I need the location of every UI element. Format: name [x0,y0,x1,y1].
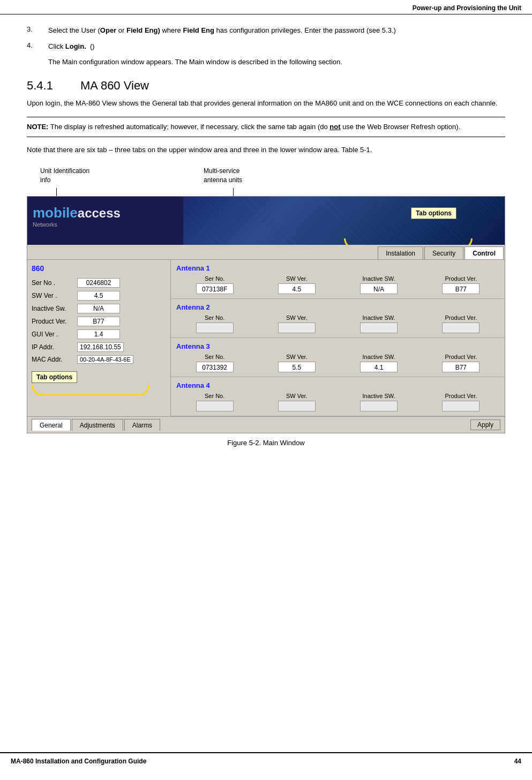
antenna-4-productver: Product Ver. [423,393,499,411]
col-header-swver-2: SW Ver. [286,314,308,321]
label-serno: Ser No . [32,279,77,287]
antenna-1-title: Antenna 1 [176,264,499,272]
content-split: 860 Ser No . 0246802 SW Ver . 4.5 Inacti… [27,260,505,416]
step-4-num: 4. [27,41,48,52]
value-ipaddr: 192.168.10.55 [77,342,124,352]
antenna-2-swver: SW Ver. [258,314,335,333]
main-content: 3. Select the User (Oper or Field Eng) w… [0,14,532,468]
antenna-4-cols: Ser No. SW Ver. Inactive SW. [176,393,499,411]
ant2-serno-val [196,322,234,333]
banner-logo: mobileaccess Networks [33,205,121,228]
body-text-1: Upon login, the MA-860 View shows the Ge… [27,98,505,109]
antenna-1-inactivesw: Inactive SW. N/A [341,275,417,294]
section-heading: 5.4.1 MA 860 View [27,79,505,93]
antenna-4-section: Antenna 4 Ser No. SW Ver. Inac [171,377,505,416]
footer-left: MA-860 Installation and Configuration Gu… [11,758,146,765]
section-title: MA 860 View [80,79,149,93]
ant4-inactivesw-val [360,401,398,411]
figure-caption: Figure 5-2. Main Window [27,439,505,447]
antenna-3-serno: Ser No. 0731392 [176,354,253,372]
antenna-3-title: Antenna 3 [176,342,499,350]
col-header-serno-4: Ser No. [205,393,224,399]
antenna-3-productver: Product Ver. B77 [423,354,499,372]
col-header-productver-1: Product Ver. [445,275,477,282]
col-header-productver-3: Product Ver. [445,354,477,360]
logo-networks: Networks [33,221,121,228]
footer-right: 44 [514,758,521,765]
ant3-swver-val: 5.5 [278,362,316,372]
value-swver: 4.5 [77,291,120,301]
label-ipaddr: IP Addr. [32,343,77,351]
step-3-num: 3. [27,25,48,36]
lower-tabs-container: General Adjustments Alarms [32,419,161,431]
label-unit-id: Unit Identificationinfo [40,167,89,185]
col-header-inactivesw-1: Inactive SW. [363,275,395,282]
value-serno: 0246802 [77,278,120,288]
ant4-swver-val [278,401,316,411]
value-macaddr: 00-20-4A-8F-43-6E [77,355,133,364]
label-multi-service: Multi-serviceantenna units [204,167,242,185]
info-row-macaddr: MAC Addr. 00-20-4A-8F-43-6E [32,355,166,364]
step-4-text: Click Login. () [48,41,505,52]
antenna-3-swver: SW Ver. 5.5 [258,354,335,372]
ant2-productver-val [442,322,479,333]
antenna-2-title: Antenna 2 [176,303,499,311]
antenna-3-inactivesw: Inactive SW. 4.1 [341,354,417,372]
ant3-productver-val: B77 [442,362,479,372]
antenna-1-serno: Ser No. 073138F [176,275,253,294]
apply-button[interactable]: Apply [470,419,500,430]
antenna-4-serno: Ser No. [176,393,253,411]
info-row-guiver: GUI Ver . 1.4 [32,329,166,339]
label-swver: SW Ver . [32,292,77,299]
value-inactivesw: N/A [77,304,120,313]
ant3-inactivesw-val: 4.1 [360,362,398,372]
step-3-text: Select the User (Oper or Field Eng) wher… [48,25,505,36]
antenna-3-section: Antenna 3 Ser No. 0731392 SW Ver. 5.5 [171,338,505,377]
info-row-ipaddr: IP Addr. 192.168.10.55 [32,342,166,352]
banner-area: mobileaccess Networks Tab options [27,197,505,245]
col-header-swver-3: SW Ver. [286,354,308,360]
lower-tab-area: Tab options [32,367,166,396]
antenna-1-cols: Ser No. 073138F SW Ver. 4.5 Inactive SW.… [176,275,499,294]
tab-options-lower: Tab options [32,371,77,383]
antenna-2-section: Antenna 2 Ser No. SW Ver. Inac [171,299,505,338]
col-header-swver-4: SW Ver. [286,393,308,399]
col-header-productver-2: Product Ver. [445,314,477,321]
antenna-4-inactivesw: Inactive SW. [341,393,417,411]
upper-tabs: Instalation Security Control [27,245,505,260]
info-row-productver: Product Ver. B77 [32,317,166,326]
tab-instalation[interactable]: Instalation [378,246,423,259]
info-row-swver: SW Ver . 4.5 [32,291,166,301]
lower-tab-general[interactable]: General [32,419,71,431]
figure-container: Unit Identificationinfo Multi-serviceant… [27,167,505,447]
antenna-1-section: Antenna 1 Ser No. 073138F SW Ver. 4.5 [171,260,505,299]
antenna-2-inactivesw: Inactive SW. [341,314,417,333]
ant3-serno-val: 0731392 [196,362,234,372]
unit-id: 860 [32,264,166,273]
ant1-inactivesw-val: N/A [360,283,398,294]
col-header-serno-3: Ser No. [205,354,224,360]
label-guiver: GUI Ver . [32,331,77,338]
lower-tab-alarms[interactable]: Alarms [124,419,160,431]
note-text: The display is refreshed automatically; … [48,123,329,131]
step-4: 4. Click Login. () [27,41,505,52]
col-header-inactivesw-3: Inactive SW. [363,354,395,360]
note-label: NOTE: [27,123,48,131]
logo-access: access [78,206,121,220]
lower-tab-adjustments[interactable]: Adjustments [72,419,123,431]
ant2-inactivesw-val [360,322,398,333]
antenna-4-swver: SW Ver. [258,393,335,411]
antenna-2-cols: Ser No. SW Ver. Inactive SW. [176,314,499,333]
tab-control[interactable]: Control [464,246,504,259]
bottom-bar: General Adjustments Alarms Apply [27,416,505,433]
note-not: not [329,123,340,131]
col-header-inactivesw-4: Inactive SW. [363,393,395,399]
page-header: Power-up and Provisioning the Unit [0,0,532,14]
label-macaddr: MAC Addr. [32,356,77,363]
ant1-serno-val: 073138F [196,283,234,294]
tab-security[interactable]: Security [424,246,463,259]
note-box: NOTE: The display is refreshed automatic… [27,117,505,138]
left-panel: 860 Ser No . 0246802 SW Ver . 4.5 Inacti… [27,260,171,416]
note-rest: use the Web Browser Refresh option). [341,123,461,131]
col-header-serno-2: Ser No. [205,314,224,321]
